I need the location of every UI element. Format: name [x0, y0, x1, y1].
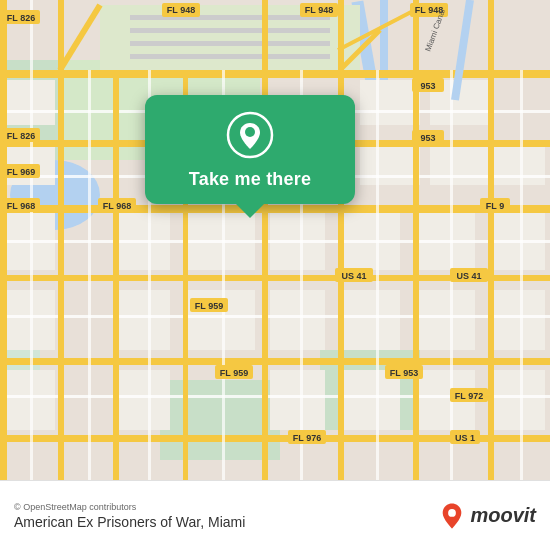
svg-rect-60	[488, 0, 494, 480]
svg-text:953: 953	[420, 81, 435, 91]
svg-rect-34	[415, 290, 475, 350]
svg-rect-20	[430, 145, 490, 185]
svg-rect-46	[0, 358, 550, 365]
svg-text:953: 953	[420, 133, 435, 143]
moovit-logo: moovit	[438, 502, 536, 530]
svg-rect-38	[270, 370, 325, 430]
svg-text:FL 972: FL 972	[455, 391, 483, 401]
osm-attribution: © OpenStreetMap contributors	[14, 502, 245, 512]
svg-rect-53	[0, 0, 7, 480]
svg-text:US 1: US 1	[455, 433, 475, 443]
map-view[interactable]: FL 826 FL 826 FL 948 FL 948 FL 948 FL 96…	[0, 0, 550, 480]
svg-rect-33	[340, 290, 400, 350]
svg-rect-12	[130, 54, 330, 59]
svg-rect-42	[0, 70, 550, 78]
svg-text:FL 959: FL 959	[220, 368, 248, 378]
take-me-there-label: Take me there	[189, 169, 311, 190]
svg-rect-61	[30, 0, 33, 480]
svg-text:US 41: US 41	[456, 271, 481, 281]
location-info: © OpenStreetMap contributors American Ex…	[14, 502, 245, 530]
svg-rect-41	[490, 370, 545, 430]
svg-text:FL 968: FL 968	[7, 201, 35, 211]
svg-rect-30	[115, 290, 170, 350]
svg-text:FL 948: FL 948	[167, 5, 195, 15]
location-name: American Ex Prisoners of War, Miami	[14, 514, 245, 530]
svg-rect-57	[262, 0, 268, 480]
svg-text:FL 969: FL 969	[7, 167, 35, 177]
svg-text:FL 953: FL 953	[390, 368, 418, 378]
svg-text:US 41: US 41	[341, 271, 366, 281]
svg-rect-51	[0, 315, 550, 318]
svg-text:FL 826: FL 826	[7, 131, 35, 141]
svg-rect-62	[88, 70, 91, 480]
svg-text:FL 948: FL 948	[305, 5, 333, 15]
svg-point-113	[245, 127, 255, 137]
svg-rect-55	[113, 70, 119, 480]
svg-rect-68	[520, 70, 523, 480]
svg-text:FL 976: FL 976	[293, 433, 321, 443]
moovit-brand-text: moovit	[470, 504, 536, 527]
bottom-bar: © OpenStreetMap contributors American Ex…	[0, 480, 550, 550]
svg-rect-54	[58, 0, 64, 480]
svg-rect-10	[130, 28, 330, 33]
svg-rect-32	[270, 290, 325, 350]
svg-rect-7	[380, 0, 388, 80]
svg-point-114	[449, 509, 457, 517]
svg-rect-37	[115, 370, 170, 430]
svg-rect-15	[360, 80, 420, 125]
svg-rect-66	[376, 70, 379, 480]
svg-rect-44	[0, 205, 550, 213]
location-pin-icon	[226, 111, 274, 159]
svg-rect-9	[130, 15, 330, 20]
moovit-pin-icon	[438, 502, 466, 530]
svg-text:FL 959: FL 959	[195, 301, 223, 311]
svg-text:FL 9: FL 9	[486, 201, 504, 211]
svg-rect-21	[490, 145, 545, 185]
location-popup: Take me there	[145, 95, 355, 204]
svg-rect-11	[130, 41, 330, 46]
svg-rect-59	[413, 0, 419, 480]
svg-rect-50	[0, 240, 550, 243]
svg-rect-19	[360, 145, 420, 185]
svg-text:FL 968: FL 968	[103, 201, 131, 211]
svg-rect-58	[338, 0, 344, 480]
svg-rect-35	[490, 290, 545, 350]
svg-text:FL 826: FL 826	[7, 13, 35, 23]
